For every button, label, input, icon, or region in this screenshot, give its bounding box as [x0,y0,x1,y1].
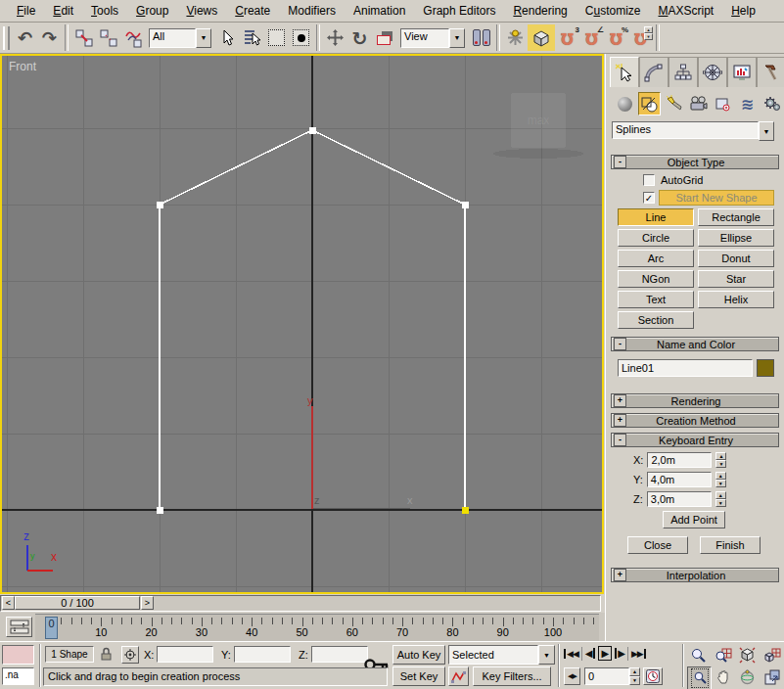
min-max-toggle-button[interactable] [761,666,783,688]
autogrid-checkbox[interactable] [643,174,655,186]
key-mode-toggle-button[interactable]: ◀▶ [564,667,580,685]
select-and-move-button[interactable] [323,25,347,50]
menu-rendering[interactable]: Rendering [504,1,576,21]
category-shapes[interactable] [638,92,661,115]
select-object-button[interactable] [215,25,240,50]
add-point-button[interactable]: Add Point [663,511,725,528]
tab-create[interactable] [610,57,639,87]
tab-modify[interactable] [639,57,669,87]
category-cameras[interactable] [687,92,710,115]
tab-display[interactable] [727,57,757,87]
snap-toggle-3d-button[interactable]: Ω 3 [555,25,579,50]
tab-motion[interactable] [698,57,727,87]
percent-snap-button[interactable]: Ω % [604,25,628,50]
rollout-rendering[interactable]: + Rendering [611,393,779,408]
set-key-button[interactable]: Set Key [392,666,445,686]
tab-hierarchy[interactable] [669,57,698,87]
donut-button[interactable]: Donut [698,250,774,267]
category-helpers[interactable] [712,92,734,115]
circle-button[interactable]: Circle [618,229,694,247]
keyboard-shortcut-override-button[interactable] [528,24,555,51]
start-new-shape-button[interactable]: Start New Shape [659,190,774,206]
time-configuration-button[interactable] [643,667,663,685]
time-slider-handle[interactable]: 0 / 100 [15,596,140,610]
object-color-swatch[interactable] [757,359,774,377]
finish-button[interactable]: Finish [700,536,761,554]
menu-modifiers[interactable]: Modifiers [279,1,345,21]
rectangle-button[interactable]: Rectangle [698,208,774,226]
menu-maxscript[interactable]: MAXScript [650,1,723,21]
rollout-interpolation[interactable]: + Interpolation [611,568,779,582]
track-bar-ruler[interactable]: 01020304050607080901000 [35,614,599,642]
chevron-down-icon[interactable]: ▼ [538,645,555,665]
go-to-end-button[interactable]: ▶▶ [631,649,646,659]
next-frame-button[interactable]: ▶ [615,648,624,659]
zoom-button[interactable] [687,644,710,666]
arc-rotate-button[interactable] [736,666,759,688]
coordinate-input[interactable] [311,646,368,663]
ellipse-button[interactable]: Ellipse [698,229,774,247]
spline-type-dropdown[interactable]: Splines ▼ [612,121,774,141]
close-button[interactable]: Close [627,536,688,554]
viewport-front[interactable]: maxyzxzxy Front [2,56,602,592]
frame-spinner[interactable]: ▲▼ [629,667,640,685]
zoom-extents-all-button[interactable] [761,644,783,666]
viewport-label[interactable]: Front [9,60,36,73]
category-space-warps[interactable]: ≋ [736,92,759,115]
previous-frame-arrow[interactable]: < [2,596,15,610]
selection-lock-toggle[interactable] [100,647,113,664]
rollout-object-type[interactable]: - Object Type [611,155,779,169]
axis-value-input[interactable]: 3,0m [647,491,712,507]
go-to-start-button[interactable]: ◀◀ [564,649,578,659]
menu-customize[interactable]: Customize [576,1,650,21]
absolute-offset-mode-toggle[interactable] [121,646,139,664]
menu-create[interactable]: Create [226,1,279,21]
rectangular-selection-region-button[interactable] [264,25,289,50]
select-and-manipulate-button[interactable] [503,25,528,50]
spline-type-arrow[interactable]: ▼ [759,121,774,141]
menu-tools[interactable]: Tools [82,1,127,21]
object-name-input[interactable]: Line01 [618,359,753,377]
undo-button[interactable]: ↶ [13,25,37,50]
auto-key-button[interactable]: Auto Key [392,645,445,665]
axis-spinner[interactable]: ▲▼ [715,452,726,468]
use-pivot-point-center-button[interactable] [469,25,493,50]
menu-graph-editors[interactable]: Graph Editors [414,1,504,21]
pan-button[interactable] [712,666,734,688]
menu-animation[interactable]: Animation [345,1,414,21]
menu-group[interactable]: Group [127,1,177,21]
bind-to-space-warp-button[interactable] [120,25,145,50]
axis-spinner[interactable]: ▲▼ [715,472,726,487]
category-geometry[interactable] [614,92,636,115]
axis-value-input[interactable]: 4,0m [647,472,712,487]
ngon-button[interactable]: NGon [618,270,694,288]
select-and-link-button[interactable] [71,25,96,50]
open-mini-curve-editor-button[interactable] [6,617,32,637]
coordinate-input[interactable] [157,646,213,663]
toolbar-grip[interactable] [3,26,10,50]
menu-views[interactable]: Views [177,1,226,21]
star-button[interactable]: Star [698,270,774,288]
text-button[interactable]: Text [618,291,694,308]
select-by-name-button[interactable] [240,25,264,50]
rollout-keyboard-entry[interactable]: - Keyboard Entry [611,433,779,447]
current-frame-input[interactable]: 0 [584,667,629,685]
unlink-selection-button[interactable] [96,25,120,50]
start-new-shape-checkbox[interactable]: ✓ [643,192,655,204]
rollout-creation-method[interactable]: + Creation Method [611,413,779,428]
section-button[interactable]: Section [618,311,694,329]
maxscript-mini-listener[interactable]: .na [2,667,34,685]
zoom-all-button[interactable] [712,644,734,666]
default-in-out-tangents-button[interactable] [448,666,469,686]
rollout-name-and-color[interactable]: - Name and Color [611,337,779,351]
previous-frame-button[interactable]: ◀ [585,648,595,659]
selection-filter-dropdown[interactable]: All ▼ [149,28,211,48]
tab-utilities[interactable] [757,57,784,87]
redo-button[interactable]: ↷ [37,25,62,50]
axis-spinner[interactable]: ▲▼ [715,491,726,507]
macro-recorder-box[interactable] [2,645,34,665]
menu-file[interactable]: File [8,1,44,21]
region-zoom-button[interactable] [687,666,712,689]
spinner-snap-button[interactable]: Ω ▲▼ [628,25,653,50]
coordinate-input[interactable] [234,646,291,663]
